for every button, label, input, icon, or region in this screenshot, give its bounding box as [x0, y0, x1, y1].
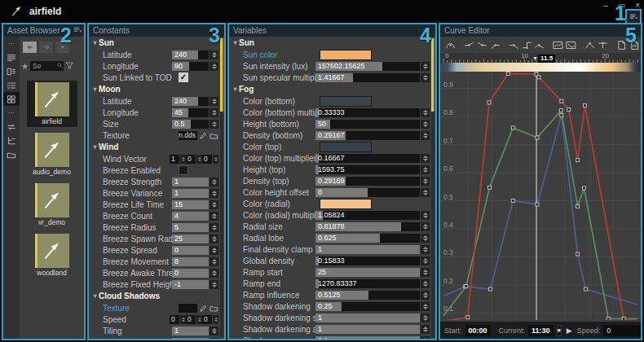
spinner[interactable] [210, 235, 218, 243]
spinner[interactable] [421, 245, 430, 254]
value-slider[interactable]: 1.41667 [315, 73, 420, 82]
value-slider[interactable]: 1.05824 [315, 211, 420, 220]
value-slider[interactable]: 0.25 [315, 302, 420, 311]
spinner[interactable] [180, 315, 186, 324]
vector-component-field[interactable]: 1 [170, 155, 179, 164]
value-slider[interactable]: 1593.75 [315, 165, 420, 174]
spinner[interactable] [421, 211, 430, 220]
value-slider[interactable]: 240 [172, 50, 209, 59]
minimize-button[interactable]: – [603, 1, 608, 11]
auto-tangent-icon[interactable] [444, 38, 457, 51]
vector-component-field[interactable]: 0 [186, 315, 196, 324]
section-header[interactable]: ▾Fog [229, 83, 435, 95]
texture-field[interactable] [179, 304, 197, 313]
spinner[interactable] [421, 154, 430, 163]
spinner[interactable] [210, 50, 218, 59]
ellipsis-icon[interactable]: ··· [3, 37, 20, 50]
asset-item[interactable]: airfield [27, 81, 77, 127]
smooth-in-curve-icon[interactable] [552, 38, 565, 51]
split-view-icon[interactable] [3, 64, 20, 78]
color-swatch[interactable] [320, 96, 372, 107]
open-folder-icon[interactable] [210, 131, 218, 140]
value-slider[interactable]: 0.1 [315, 336, 420, 340]
play-button[interactable]: ▶ [567, 327, 572, 335]
spinner[interactable] [210, 178, 218, 186]
asset-item[interactable]: audio_demo [27, 131, 77, 178]
smooth-out-curve-icon[interactable] [565, 38, 578, 51]
value-slider[interactable]: 1 [172, 338, 209, 340]
spinner[interactable] [210, 120, 218, 129]
back-button[interactable] [23, 42, 37, 53]
checkbox[interactable] [179, 165, 188, 175]
spinner[interactable] [213, 155, 218, 164]
curve-graph[interactable]: 0.10.20.30.40.50.60.70.80.9 [440, 72, 641, 322]
spinner[interactable] [210, 189, 218, 198]
step-tangent-icon[interactable] [520, 38, 533, 51]
texture-field[interactable]: moon.dds [179, 131, 197, 140]
spinner[interactable] [210, 212, 218, 221]
in-tangent-linear-icon[interactable] [489, 38, 502, 51]
value-slider[interactable]: 8 [172, 257, 209, 266]
value-slider[interactable]: 5 [172, 223, 209, 232]
color-swatch[interactable] [320, 142, 372, 152]
time-ruler[interactable]: 01020▼11.5 [440, 53, 641, 63]
spinner[interactable] [210, 269, 218, 278]
spinner[interactable] [421, 279, 430, 288]
spinner[interactable] [210, 246, 218, 255]
forward-button[interactable] [39, 42, 53, 53]
value-slider[interactable]: 0.29169 [315, 177, 420, 186]
value-slider[interactable]: 0 [172, 246, 209, 255]
spinner[interactable] [421, 62, 430, 71]
value-slider[interactable]: 1 [172, 178, 209, 186]
value-slider[interactable]: 25 [172, 235, 209, 243]
color-swatch[interactable] [320, 50, 372, 60]
spinner[interactable] [421, 291, 430, 300]
spinner[interactable] [421, 120, 430, 129]
spinner[interactable] [421, 256, 430, 265]
value-slider[interactable]: 0.81878 [315, 222, 420, 231]
constants-scrollbar[interactable] [220, 38, 223, 337]
vector-component-field[interactable]: 0 [186, 155, 196, 164]
stop-button[interactable]: ■ [557, 325, 562, 336]
show-folders-icon[interactable] [3, 147, 20, 161]
spinner[interactable] [421, 131, 430, 140]
spinner[interactable] [421, 222, 430, 231]
spinner[interactable] [421, 302, 430, 311]
value-slider[interactable]: 0 [172, 269, 209, 278]
asset-item[interactable]: woodland [27, 232, 77, 278]
current-time-field[interactable]: 11:30 [528, 325, 554, 336]
in-tangent-zero-icon[interactable] [463, 38, 476, 51]
spinner[interactable] [196, 315, 202, 324]
thumbnails-view-icon[interactable] [3, 92, 20, 106]
value-slider[interactable]: 1 [315, 314, 420, 322]
section-header[interactable]: ▾Sun [89, 37, 224, 49]
spinner[interactable] [421, 325, 430, 334]
value-slider[interactable]: 0.33333 [315, 108, 420, 117]
filter-icon[interactable] [65, 59, 74, 73]
value-slider[interactable]: 0.5125 [315, 291, 420, 300]
speed-field[interactable]: 0 [603, 325, 642, 336]
texture-pick-icon[interactable] [199, 131, 208, 140]
flatten-tangents-icon[interactable] [584, 38, 597, 51]
section-header[interactable]: ▾Moon [89, 83, 224, 95]
value-slider[interactable]: 90 [172, 62, 209, 71]
value-slider[interactable]: 0.29167 [315, 131, 420, 140]
spinner[interactable] [210, 223, 218, 232]
variables-scrollbar[interactable] [431, 38, 434, 337]
star-icon[interactable]: ★ [21, 62, 29, 71]
out-tangent-linear-icon[interactable] [507, 38, 520, 51]
value-slider[interactable]: 0 [315, 188, 420, 197]
spinner[interactable] [210, 108, 218, 117]
spinner[interactable] [421, 165, 430, 174]
folder-tree-icon[interactable] [3, 134, 20, 147]
value-slider[interactable]: 45 [172, 108, 209, 117]
spinner[interactable] [213, 315, 218, 324]
spinner[interactable] [421, 177, 430, 186]
color-swatch[interactable] [320, 199, 372, 209]
start-time-field[interactable]: 00:00 [465, 325, 491, 336]
curve-plot[interactable]: 0.10.20.30.40.50.60.70.80.9 [440, 72, 641, 320]
spinner[interactable] [421, 268, 430, 277]
list-view-icon[interactable] [3, 78, 20, 92]
ellipsis-icon[interactable]: ··· [3, 106, 20, 120]
value-slider[interactable]: 0.16667 [315, 154, 420, 163]
